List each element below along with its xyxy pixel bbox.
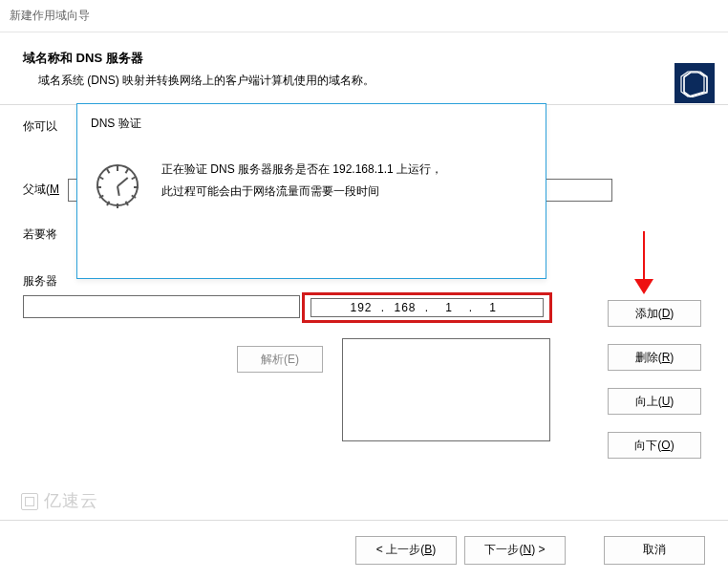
header-section: 域名称和 DNS 服务器 域名系统 (DNS) 映射并转换网络上的客户端计算机使… [0,32,728,98]
add-button[interactable]: 添加(D) [608,300,701,327]
clock-icon [96,164,139,206]
server-name-input[interactable] [23,295,300,318]
watermark-icon [21,493,38,510]
dialog-message-line2: 此过程可能会由于网络流量而需要一段时间 [161,181,442,203]
next-button[interactable]: 下一步(N) > [464,536,566,565]
server-name-label: 服务器 [23,274,57,288]
page-title: 域名称和 DNS 服务器 [23,50,705,67]
remove-button[interactable]: 删除(R) [608,344,701,371]
ip-highlight-box: 192. 168. 1. 1 [302,292,552,323]
dialog-message-line1: 正在验证 DNS 服务器服务是否在 192.168.1.1 上运行， [161,159,442,181]
dialog-message: 正在验证 DNS 服务器服务是否在 192.168.1.1 上运行， 此过程可能… [161,159,442,203]
parent-domain-label: 父域(M [23,182,59,196]
dns-folder-icon [674,63,715,103]
page-subtitle: 域名系统 (DNS) 映射并转换网络上的客户端计算机使用的域名称。 [38,73,705,89]
ip-octet-1[interactable]: 192 [344,301,378,314]
cancel-button[interactable]: 取消 [604,536,705,565]
dns-server-list[interactable] [342,338,550,441]
annotation-arrow-icon [634,231,653,298]
watermark: 亿速云 [21,489,98,512]
dns-verification-dialog: DNS 验证 正在验证 DNS 服务器服务是否在 192.168.1.1 上运行… [76,103,546,279]
resolve-button[interactable]: 解析(E) [237,346,323,373]
ip-address-input[interactable]: 192. 168. 1. 1 [310,298,544,317]
config-hint-prefix: 若要将 [23,227,57,241]
ip-octet-4[interactable]: 1 [476,301,510,314]
move-up-button[interactable]: 向上(U) [608,388,701,415]
back-button[interactable]: < 上一步(B) [355,536,457,565]
ip-octet-2[interactable]: 168 [388,301,422,314]
dialog-title: DNS 验证 [77,104,546,132]
list-buttons-column: 添加(D) 删除(R) 向上(U) 向下(O) [608,300,701,459]
window-title: 新建作用域向导 [0,0,728,32]
watermark-text: 亿速云 [44,491,98,510]
ip-octet-3[interactable]: 1 [432,301,466,314]
move-down-button[interactable]: 向下(O) [608,432,701,459]
wizard-nav: < 上一步(B) 下一步(N) > 取消 [0,520,728,579]
